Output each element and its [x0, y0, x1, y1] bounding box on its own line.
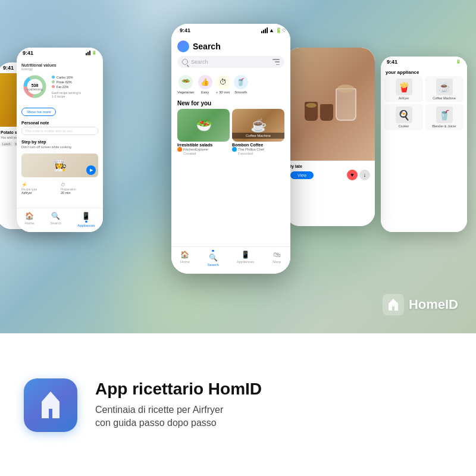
- latte-foam: [337, 84, 354, 93]
- filter-line-2: [275, 61, 280, 62]
- personal-note-title: Personal note: [21, 121, 98, 125]
- app-icon-svg: [36, 389, 65, 421]
- fat-dot: [52, 85, 55, 88]
- play-button[interactable]: ▶: [86, 165, 96, 175]
- carbo-dot: [52, 76, 55, 79]
- category-chips: 🥗 Vegetarian 👍 Easy ⏱ + 30 min 🥤 Smooth: [171, 75, 290, 98]
- nav-home-center[interactable]: 🏠 Home: [180, 250, 190, 267]
- smoothie-icon: 🥤: [234, 75, 248, 89]
- donut-center: 538 kcal/serving: [27, 83, 42, 90]
- nav-home-left[interactable]: 🏠 Home: [24, 212, 34, 227]
- shop-icon-center: 🛍: [272, 250, 281, 259]
- calorie-value: 538: [27, 83, 42, 87]
- nav-shop-center[interactable]: 🛍 Shop: [272, 250, 281, 267]
- note-input-display[interactable]: This note is visible only to you: [21, 127, 98, 135]
- protein-label: Prote 62%: [57, 80, 72, 84]
- blender-image: 🥤: [436, 107, 453, 123]
- serving-note: Each recipe serving is1-2 recipe: [52, 91, 81, 98]
- download-button[interactable]: ↓: [359, 170, 370, 180]
- nav-appliances-left[interactable]: 📱 Appliances: [77, 212, 95, 227]
- fat-label: Fat 22%: [57, 85, 68, 89]
- coffee-author: The Philips Chef: [232, 147, 284, 152]
- chip-30min[interactable]: ⏱ + 30 min: [216, 75, 230, 94]
- app-desc-line2: con guida passo dopo passo: [95, 418, 217, 428]
- favorite-button[interactable]: ♥: [347, 170, 358, 180]
- step-title: Step by step: [21, 140, 98, 144]
- salad-author-avatar: [177, 147, 182, 152]
- appliance-cooker[interactable]: 🍳 Cooker: [384, 104, 423, 130]
- appliances-icon-center: 📱: [240, 250, 250, 259]
- coffee-info: ly late View ♥ ↓: [286, 161, 375, 184]
- smoothie-label: Smooth: [234, 90, 247, 94]
- show-more-button[interactable]: Show me more: [21, 108, 56, 116]
- airfryer-label: Airfryer: [399, 96, 409, 100]
- appliances-icon-left: 📱: [82, 212, 91, 220]
- chip-vegetarian[interactable]: 🥗 Vegetarian: [177, 75, 195, 94]
- nutrition-section: Nutritional values Energy 538 kcal/servi…: [17, 58, 103, 105]
- appliance-airfryer[interactable]: 🍟 Airfryer: [384, 76, 423, 102]
- appliances-grid: 🍟 Airfryer ☕ Coffee Machine 🍳 Cooker 🥤 B…: [381, 76, 467, 130]
- nav-search-center[interactable]: 🔍 Search: [208, 250, 219, 267]
- status-time-left: 9:41: [23, 50, 33, 56]
- coffee-drink-label: ly late: [290, 164, 370, 168]
- home-icon-left: 🏠: [24, 212, 34, 220]
- chip-easy[interactable]: 👍 Easy: [198, 75, 212, 94]
- search-screen-title: Search: [193, 42, 221, 51]
- donut-chart: 538 kcal/serving: [21, 73, 48, 100]
- appliance-blender[interactable]: 🥤 Blender & Juicer: [425, 104, 464, 130]
- search-title-row: Search: [177, 40, 284, 52]
- coffee-name: Bombon Coffee: [232, 143, 284, 147]
- recipe-type-item: ⚡ Recipe type Airfryer: [21, 182, 59, 195]
- step-image-icon: 👩‍🍳: [54, 159, 67, 172]
- user-avatar: [177, 40, 189, 52]
- heart-icon-salad[interactable]: ♡: [280, 26, 288, 35]
- coffee-author-name: The Philips Chef: [238, 148, 264, 151]
- nav-home-label-left: Home: [24, 221, 34, 225]
- app-icon: [24, 378, 77, 432]
- legend-carbo: Carbo 16%: [52, 76, 81, 79]
- protein-dot: [52, 80, 55, 83]
- nav-appliances-label-left: Appliances: [77, 224, 95, 227]
- coffee-cups: [305, 88, 356, 121]
- status-time-right: 9:41: [387, 59, 397, 65]
- espresso-cup-2: [320, 104, 333, 121]
- vegetarian-label: Vegetarian: [177, 90, 195, 94]
- search-icon-left: 🔍: [51, 212, 61, 220]
- salad-author-name: KitchenExplorer: [183, 148, 208, 151]
- phone-left: 9:41 🔋 Nutritional values Energy: [17, 48, 103, 232]
- nav-active-indicator: [85, 221, 87, 223]
- nav-appliances-label: Appliances: [237, 260, 254, 264]
- view-button[interactable]: View: [290, 171, 314, 179]
- coffee-machine-image: ☕: [436, 79, 453, 95]
- search-bar[interactable]: Search: [177, 56, 284, 68]
- search-icon-center: 🔍: [208, 253, 218, 262]
- app-title: App ricettario HomID: [95, 380, 452, 399]
- showcase-section: 9:41 ▲ 🔋 🥔 Potato spirals with tza... Yo…: [0, 0, 476, 333]
- home-icon-center: 🏠: [180, 250, 190, 259]
- bottom-section: App ricettario HomID Centinaia di ricett…: [0, 333, 476, 476]
- phone-right: ly late View ♥ ↓: [286, 48, 375, 226]
- status-time-farleft: 9:41: [3, 65, 14, 71]
- 30min-label: + 30 min: [216, 90, 230, 94]
- nav-search-label: Search: [208, 263, 219, 267]
- search-header: Search Search: [171, 37, 290, 75]
- vegetarian-icon: 🥗: [178, 75, 193, 89]
- homeid-logo-icon: [383, 294, 404, 315]
- prep-time-item: ⏱ Preparation 20 min: [61, 182, 98, 195]
- search-icon-inner: [182, 59, 188, 65]
- status-bar-right: 9:41 🔋: [381, 57, 467, 67]
- nutrition-title: Nutritional values: [21, 63, 98, 67]
- recipe-card-salad[interactable]: 🥗 ♡ Irresistible salads KitchenExplorer …: [177, 109, 230, 155]
- chip-smoothie[interactable]: 🥤 Smooth: [234, 75, 248, 94]
- recipe-type-icon: ⚡: [21, 182, 27, 187]
- recipe-card-coffee[interactable]: ☕ Coffee Machine Bombon Coffee The Phili…: [232, 109, 284, 155]
- nutrition-legend: Carbo 16% Prote 62% Fat 22% Each recipe …: [52, 76, 81, 98]
- coffee-actions: View ♥ ↓: [290, 170, 370, 180]
- coffee-machine-label: Coffee Machine: [232, 133, 284, 139]
- appliance-coffee[interactable]: ☕ Coffee Machine: [425, 76, 464, 102]
- blender-label: Blender & Juicer: [432, 124, 456, 128]
- nav-search-left[interactable]: 🔍 Search: [50, 212, 61, 227]
- nav-appliances-center[interactable]: 📱 Appliances: [237, 250, 254, 267]
- appliances-title: your appliance: [381, 67, 467, 76]
- filter-icon[interactable]: [273, 59, 280, 65]
